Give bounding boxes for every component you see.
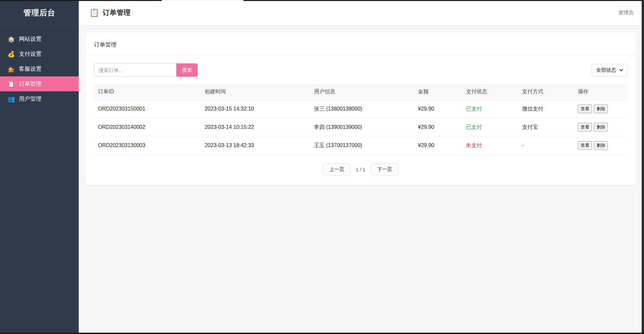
column-header: 金额 [414,84,462,100]
house-icon: 🏠 [7,36,15,43]
users-icon: 👥 [7,95,15,103]
prev-page-button[interactable]: 上一页 [323,163,350,176]
money-bag-icon: 💰 [7,50,15,58]
payment-status: 已支付 [462,100,518,118]
window-top-edge [0,0,644,1]
actions-cell: 查看删除 [574,118,627,136]
column-header: 支付状态 [462,84,518,100]
toolbar: 搜索 全部状态 [85,55,636,84]
amount: ¥29.90 [414,100,462,118]
search-group: 搜索 [94,63,198,77]
orders-panel: 订单管理 搜索 全部状态 订单ID创建时间用户信息金额支付状态支付方式操作 OR… [85,32,636,185]
user-info: 王五 (13700137000) [310,136,414,155]
delete-button[interactable]: 删除 [594,141,608,150]
main-area: 📋 订单管理 管理员 订单管理 搜索 全部状态 订单ID [79,0,644,334]
search-button[interactable]: 搜索 [176,63,198,77]
window-scrollbar-edge [642,0,644,334]
view-button[interactable]: 查看 [578,105,592,113]
status-filter-select[interactable]: 全部状态 [592,64,627,77]
window-top-edge-gap [162,0,243,1]
status-filter-value: 全部状态 [596,67,616,73]
next-page-button[interactable]: 下一页 [371,163,399,176]
search-input[interactable] [94,63,176,77]
payment-method: 微信支付 [518,100,574,118]
panel-title: 订单管理 [85,32,636,55]
view-button[interactable]: 查看 [578,141,592,150]
sidebar-item-4[interactable]: 📋订单管理 [0,76,79,91]
payment-method: 支付宝 [518,118,574,136]
clipboard-icon: 📋 [89,8,99,17]
table-row: ORD2023031400022023-03-14 10:15:22李四 (13… [94,118,627,136]
column-header: 订单ID [94,84,201,100]
created-time: 2023-03-15 14:32:10 [201,100,310,118]
sidebar-item-2[interactable]: 💰支付设置 [0,46,79,61]
payment-status: 未支付 [462,136,518,155]
column-header: 用户信息 [310,84,414,100]
sidebar-item-label: 客服设置 [19,65,42,73]
orders-table: 订单ID创建时间用户信息金额支付状态支付方式操作 ORD202303150001… [94,84,627,155]
view-button[interactable]: 查看 [578,123,592,131]
payment-method: - [518,136,574,155]
page-indicator: 1 / 1 [356,167,365,172]
sidebar-item-label: 网站设置 [19,35,42,43]
table-row: ORD2023031300032023-03-13 18:42:33王五 (13… [94,136,627,155]
sidebar-item-3[interactable]: 💁客服设置 [0,61,79,76]
sidebar-item-label: 订单管理 [19,80,42,88]
pagination: 上一页 1 / 1 下一页 [85,163,636,176]
column-header: 支付方式 [518,84,574,100]
admin-app: 管理后台 🏠网站设置💰支付设置💁客服设置📋订单管理👥用户管理 📋 订单管理 管理… [0,0,644,334]
sidebar-menu: 🏠网站设置💰支付设置💁客服设置📋订单管理👥用户管理 [0,32,79,106]
amount: ¥29.90 [414,118,462,136]
payment-status: 已支付 [462,118,518,136]
clipboard-icon: 📋 [7,80,15,88]
sidebar: 管理后台 🏠网站设置💰支付设置💁客服设置📋订单管理👥用户管理 [0,0,79,334]
column-header: 创建时间 [201,84,310,100]
user-info: 李四 (13900139000) [310,118,414,136]
sidebar-item-label: 用户管理 [19,95,42,103]
created-time: 2023-03-14 10:15:22 [201,118,310,136]
table-header-row: 订单ID创建时间用户信息金额支付状态支付方式操作 [94,84,627,100]
amount: ¥29.90 [414,136,462,155]
window-bottom-edge [0,333,644,334]
order-id: ORD202303150001 [94,100,201,118]
table-row: ORD2023031500012023-03-15 14:32:10张三 (13… [94,100,627,118]
delete-button[interactable]: 删除 [594,105,608,113]
user-info: 张三 (13800138000) [310,100,414,118]
page-title: 订单管理 [103,8,131,17]
support-person-icon: 💁 [7,65,15,73]
app-title: 管理后台 [0,0,79,26]
sidebar-item-label: 支付设置 [19,50,42,58]
actions-cell: 查看删除 [574,136,627,155]
actions-cell: 查看删除 [574,100,627,118]
order-id: ORD202303130003 [94,136,201,155]
chevron-down-icon [619,69,623,71]
sidebar-item-1[interactable]: 🏠网站设置 [0,32,79,46]
delete-button[interactable]: 删除 [594,123,608,131]
created-time: 2023-03-13 18:42:33 [201,136,310,155]
header-bar: 📋 订单管理 管理员 [79,0,644,26]
order-id: ORD202303140002 [94,118,201,136]
column-header: 操作 [574,84,627,100]
current-user-label: 管理员 [618,10,633,16]
sidebar-item-5[interactable]: 👥用户管理 [0,91,79,106]
